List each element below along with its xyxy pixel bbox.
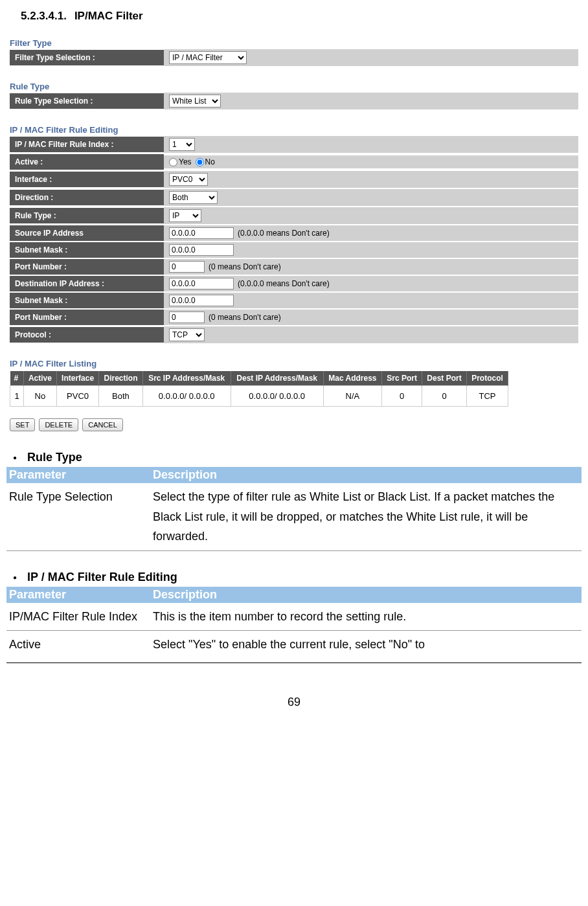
active-no-text: No: [205, 157, 215, 166]
desc-cell: This is the item number to record the se…: [150, 603, 582, 631]
th-num: #: [10, 371, 24, 386]
filter-type-section: Filter Type: [10, 36, 578, 49]
dstip-input[interactable]: [169, 278, 234, 289]
th-srcport: Src Port: [382, 371, 422, 386]
section-heading: 5.2.3.4.1.IP/MAC Filter: [6, 10, 582, 36]
active-no-radio[interactable]: [196, 158, 204, 166]
bullet-text: IP / MAC Filter Rule Editing: [27, 571, 177, 584]
th-dstport: Dest Port: [422, 371, 467, 386]
bullet-icon: ●: [13, 454, 17, 461]
interface-label: Interface :: [10, 172, 164, 187]
delete-button[interactable]: DELETE: [39, 418, 78, 431]
srcip-label: Source IP Address: [10, 225, 164, 241]
dstip-hint: (0.0.0.0 means Don't care): [238, 279, 330, 288]
heading-number: 5.2.3.4.1.: [21, 10, 67, 22]
th-description: Description: [150, 587, 582, 603]
protocol-select[interactable]: TCP: [169, 328, 205, 341]
srcmask-input[interactable]: [169, 244, 234, 256]
protocol-label: Protocol :: [10, 327, 164, 343]
dstport-input[interactable]: [169, 311, 205, 323]
srcport-hint: (0 means Don't care): [209, 262, 281, 271]
dstport-hint: (0 means Don't care): [209, 313, 281, 322]
interface-select[interactable]: PVC0: [169, 173, 208, 186]
direction-label: Direction :: [10, 190, 164, 205]
param-cell: Active: [6, 631, 150, 659]
th-srcip: Src IP Address/Mask: [142, 371, 231, 386]
rule-index-label: IP / MAC Filter Rule Index :: [10, 137, 164, 152]
bullet-text: Rule Type: [27, 451, 82, 464]
srcport-label: Port Number :: [10, 259, 164, 275]
th-protocol: Protocol: [466, 371, 508, 386]
th-mac: Mac Address: [323, 371, 382, 386]
ruletype-label: Rule Type :: [10, 208, 164, 223]
th-direction: Direction: [99, 371, 142, 386]
rule-type-section: Rule Type: [10, 79, 578, 93]
page-number: 69: [6, 696, 582, 709]
dstmask-label: Subnet Mask :: [10, 293, 164, 308]
editing-section: IP / MAC Filter Rule Editing: [10, 122, 578, 136]
th-description: Description: [150, 467, 582, 483]
active-label: Active :: [10, 154, 164, 170]
rule-type-select[interactable]: White List: [169, 95, 221, 108]
cancel-button[interactable]: CANCEL: [82, 418, 123, 431]
param-cell: Rule Type Selection: [6, 483, 150, 550]
rule-type-label: Rule Type Selection :: [10, 93, 164, 109]
srcip-input[interactable]: [169, 227, 234, 239]
doc-bullet-editing: ● IP / MAC Filter Rule Editing: [10, 571, 582, 584]
listing-section: IP / MAC Filter Listing: [10, 356, 578, 370]
th-dstip: Dest IP Address/Mask: [231, 371, 323, 386]
page-rule: [6, 663, 582, 663]
srcip-hint: (0.0.0.0 means Don't care): [238, 229, 330, 238]
editing-doc-table: Parameter Description IP/MAC Filter Rule…: [6, 587, 582, 659]
listing-table: # Active Interface Direction Src IP Addr…: [10, 371, 508, 407]
table-row: 1 No PVC0 Both 0.0.0.0/ 0.0.0.0 0.0.0.0/…: [10, 386, 508, 407]
set-button[interactable]: SET: [10, 418, 35, 431]
srcmask-label: Subnet Mask :: [10, 242, 164, 258]
heading-title: IP/MAC Filter: [74, 10, 143, 22]
rule-index-select[interactable]: 1: [169, 138, 195, 151]
th-parameter: Parameter: [6, 587, 150, 603]
ruletype-select[interactable]: IP: [169, 209, 201, 222]
dstmask-input[interactable]: [169, 295, 234, 306]
param-cell: IP/MAC Filter Rule Index: [6, 603, 150, 631]
doc-bullet-rule-type: ● Rule Type: [10, 451, 582, 464]
th-active: Active: [23, 371, 56, 386]
srcport-input[interactable]: [169, 261, 205, 273]
th-interface: Interface: [56, 371, 98, 386]
dstport-label: Port Number :: [10, 310, 164, 325]
filter-type-select[interactable]: IP / MAC Filter: [169, 51, 247, 64]
dstip-label: Destination IP Address :: [10, 276, 164, 291]
direction-select[interactable]: Both: [169, 191, 218, 204]
desc-cell: Select "Yes" to enable the current rule,…: [150, 631, 582, 659]
active-yes-radio[interactable]: [169, 158, 177, 166]
desc-cell: Select the type of filter rule as White …: [150, 483, 582, 550]
active-yes-text: Yes: [179, 157, 192, 166]
filter-type-label: Filter Type Selection :: [10, 50, 164, 65]
bullet-icon: ●: [13, 574, 17, 581]
rule-type-doc-table: Parameter Description Rule Type Selectio…: [6, 467, 582, 551]
th-parameter: Parameter: [6, 467, 150, 483]
router-config-screenshot: Filter Type Filter Type Selection : IP /…: [10, 36, 578, 431]
